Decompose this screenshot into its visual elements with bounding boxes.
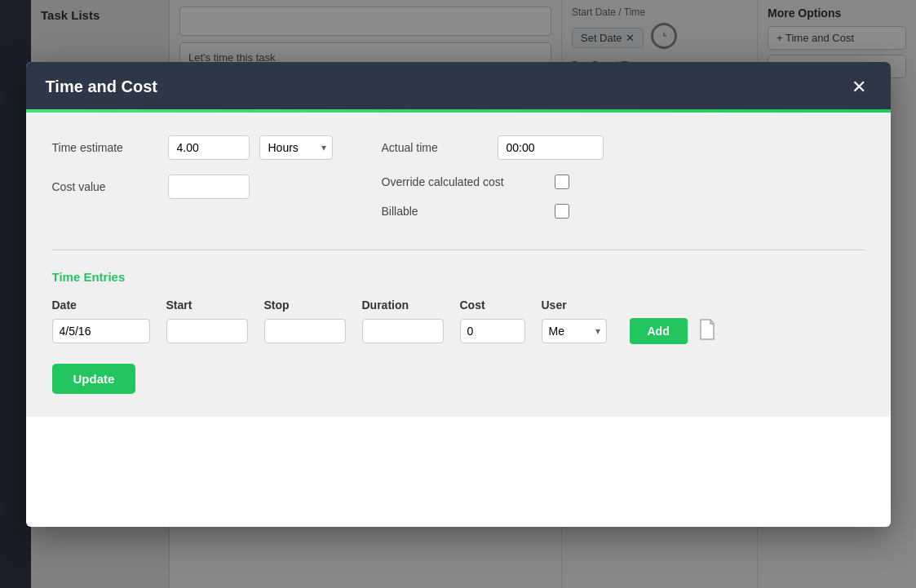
entry-row-1: Me Other Add	[52, 318, 865, 344]
update-button[interactable]: Update	[52, 364, 136, 394]
time-and-cost-modal: Time and Cost ✕ Time estimate Hours Minu…	[26, 62, 891, 527]
hours-select-wrapper: Hours Minutes Days	[259, 135, 333, 160]
entry-cost-input[interactable]	[460, 319, 525, 343]
override-checkbox[interactable]	[555, 175, 569, 189]
col-stop: Stop	[264, 298, 362, 312]
billable-checkbox[interactable]	[555, 204, 569, 219]
cost-value-input[interactable]	[168, 175, 250, 199]
user-select-wrapper: Me Other	[542, 319, 607, 343]
add-button[interactable]: Add	[630, 318, 688, 344]
user-select[interactable]: Me Other	[542, 319, 607, 343]
override-row: Override calculated cost	[382, 175, 604, 189]
entry-date-input[interactable]	[52, 319, 150, 343]
form-left-column: Time estimate Hours Minutes Days Cost va…	[52, 135, 333, 214]
modal-body: Time estimate Hours Minutes Days Cost va…	[26, 113, 891, 417]
col-user: User	[542, 298, 639, 312]
modal-header: Time and Cost ✕	[26, 62, 891, 113]
time-estimate-row: Time estimate Hours Minutes Days	[52, 135, 333, 160]
entry-duration-input[interactable]	[362, 319, 444, 343]
time-entries-section: Time Entries Date Start Stop Duration Co…	[52, 270, 865, 344]
modal-footer: Update	[52, 344, 865, 394]
billable-row: Billable	[382, 204, 604, 219]
form-columns: Time estimate Hours Minutes Days Cost va…	[52, 135, 865, 233]
actual-time-row: Actual time	[382, 135, 604, 160]
actual-time-label: Actual time	[382, 141, 488, 154]
form-right-column: Actual time Override calculated cost Bil…	[382, 135, 604, 233]
section-divider	[52, 250, 865, 250]
file-icon[interactable]	[697, 318, 717, 343]
modal-close-button[interactable]: ✕	[847, 77, 871, 98]
hours-select[interactable]: Hours Minutes Days	[259, 135, 333, 160]
actual-time-input[interactable]	[498, 135, 604, 160]
override-label: Override calculated cost	[382, 175, 545, 188]
col-start: Start	[166, 298, 264, 312]
billable-label: Billable	[382, 205, 545, 218]
cost-value-row: Cost value	[52, 175, 333, 199]
modal-title: Time and Cost	[46, 77, 157, 96]
entry-stop-input[interactable]	[264, 319, 346, 343]
col-date: Date	[52, 298, 166, 312]
col-cost: Cost	[460, 298, 542, 312]
time-estimate-input[interactable]	[168, 135, 250, 160]
cost-value-label: Cost value	[52, 180, 158, 193]
col-duration: Duration	[362, 298, 460, 312]
entry-start-input[interactable]	[166, 319, 248, 343]
entries-header-row: Date Start Stop Duration Cost User	[52, 298, 865, 312]
modal-overlay: Time and Cost ✕ Time estimate Hours Minu…	[0, 0, 916, 588]
time-entries-title: Time Entries	[52, 270, 865, 284]
time-estimate-label: Time estimate	[52, 141, 158, 154]
